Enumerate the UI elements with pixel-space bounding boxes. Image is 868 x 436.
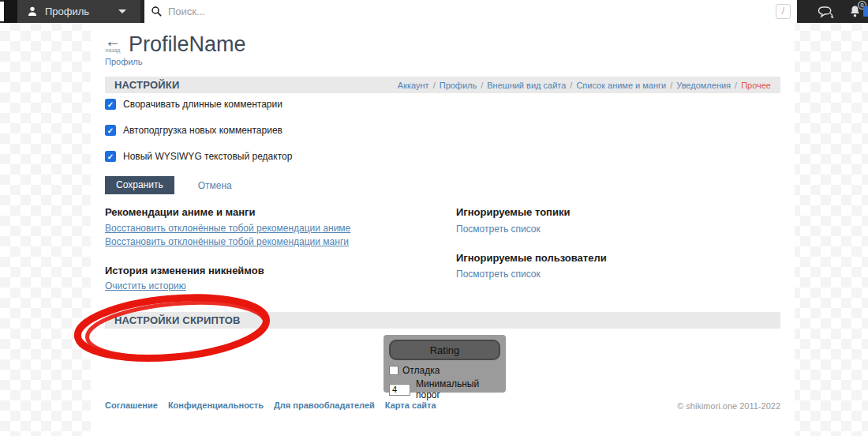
checkbox-autoload-comments[interactable]: Автоподгрузка новых комментариев xyxy=(105,125,282,136)
right-edge-element xyxy=(863,6,868,17)
tab-profile[interactable]: Профиль xyxy=(440,81,477,90)
rating-script-widget: Rating Отладка Минимальный порог xyxy=(383,335,506,393)
search-bar[interactable]: / xyxy=(144,0,797,23)
threshold-input[interactable] xyxy=(389,384,410,396)
debug-label: Отладка xyxy=(402,365,440,376)
back-button[interactable]: назад xyxy=(105,36,121,53)
tab-separator xyxy=(570,81,572,90)
checkbox-label: Автоподгрузка новых комментариев xyxy=(123,125,282,136)
checkbox-label: Новый WYSIWYG текстовый редактор xyxy=(123,151,292,162)
threshold-label: Минимальный порог xyxy=(416,378,500,400)
scripts-section-title: НАСТРОЙКИ СКРИПТОВ xyxy=(114,314,241,326)
nickname-history-heading: История изменения никнеймов xyxy=(105,265,264,276)
view-ignored-topics-link[interactable]: Посмотреть список xyxy=(456,224,541,235)
messages-button[interactable] xyxy=(817,5,834,19)
save-button[interactable]: Сохранить xyxy=(105,176,174,194)
checkbox-checked-icon[interactable] xyxy=(105,99,116,110)
settings-section-title: НАСТРОЙКИ xyxy=(114,79,180,91)
footer-links: Соглашение Конфиденциальность Для правоо… xyxy=(105,400,436,410)
user-icon xyxy=(27,6,38,17)
tab-anime-manga-list[interactable]: Список аниме и манги xyxy=(576,81,666,90)
cancel-button[interactable]: Отмена xyxy=(198,180,232,191)
checkbox-wysiwyg-editor[interactable]: Новый WYSIWYG текстовый редактор xyxy=(105,151,292,162)
checkbox-collapse-comments[interactable]: Сворачивать длинные комментарии xyxy=(105,99,282,110)
tab-misc-active[interactable]: Прочее xyxy=(741,81,771,90)
tab-separator xyxy=(481,81,483,90)
recommendations-heading: Рекомендации аниме и манги xyxy=(105,206,256,218)
top-navigation-bar: Профиль / xyxy=(0,0,868,23)
left-edge-dark xyxy=(4,0,17,23)
restore-manga-recommendations-link[interactable]: Восстановить отклонённые тобой рекоменда… xyxy=(105,236,349,247)
clear-history-link[interactable]: Очистить историю xyxy=(105,280,186,291)
scripts-section-header: НАСТРОЙКИ СКРИПТОВ xyxy=(105,312,780,329)
chevron-down-icon xyxy=(118,9,126,13)
footer-link-privacy[interactable]: Конфиденциальность xyxy=(168,400,264,410)
tab-account[interactable]: Аккаунт xyxy=(398,81,429,90)
search-input[interactable] xyxy=(168,6,770,17)
settings-tabs: Аккаунт Профиль Внешний вид сайта Список… xyxy=(398,81,771,90)
tab-separator xyxy=(670,81,672,90)
search-shortcut-hint: / xyxy=(776,4,791,19)
footer-link-agreement[interactable]: Соглашение xyxy=(105,400,158,410)
restore-anime-recommendations-link[interactable]: Восстановить отклонённые тобой рекоменда… xyxy=(105,223,350,234)
back-label: назад xyxy=(106,47,121,53)
checkbox-checked-icon[interactable] xyxy=(105,151,116,162)
tab-notifications[interactable]: Уведомления xyxy=(676,81,731,90)
rating-widget-button[interactable]: Rating xyxy=(389,340,500,360)
content-area: назад ProfileName Профиль НАСТРОЙКИ Акка… xyxy=(91,23,795,436)
back-arrow-icon xyxy=(105,36,121,47)
debug-checkbox-row[interactable]: Отладка xyxy=(389,365,500,376)
debug-checkbox[interactable] xyxy=(389,366,398,375)
view-ignored-users-link[interactable]: Посмотреть список xyxy=(456,269,541,280)
chat-icon xyxy=(817,5,834,19)
notifications-button[interactable]: 0 xyxy=(848,4,862,19)
settings-section-header: НАСТРОЙКИ Аккаунт Профиль Внешний вид са… xyxy=(105,77,780,93)
profile-menu-label: Профиль xyxy=(45,6,89,17)
tab-separator xyxy=(735,81,737,90)
page: Профиль / xyxy=(0,0,868,436)
threshold-row: Минимальный порог xyxy=(389,378,500,400)
page-title: ProfileName xyxy=(129,32,246,56)
breadcrumb[interactable]: Профиль xyxy=(105,57,143,66)
copyright-text: © shikimori.one 2011-2022 xyxy=(677,401,780,411)
tab-site-appearance[interactable]: Внешний вид сайта xyxy=(487,81,566,90)
ignored-users-heading: Игнорируемые пользователи xyxy=(456,252,607,264)
profile-dropdown[interactable]: Профиль xyxy=(17,0,140,23)
ignored-topics-heading: Игнорируемые топики xyxy=(456,206,570,218)
tab-separator xyxy=(433,81,436,90)
checkbox-checked-icon[interactable] xyxy=(105,125,116,136)
checkbox-label: Сворачивать длинные комментарии xyxy=(123,99,282,110)
footer-link-sitemap[interactable]: Карта сайта xyxy=(385,400,436,410)
search-icon xyxy=(151,6,163,17)
footer-link-copyright-holders[interactable]: Для правообладателей xyxy=(274,400,375,410)
